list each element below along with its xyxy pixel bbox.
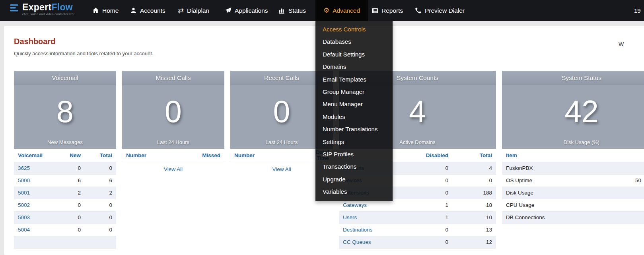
menu-item-default-settings[interactable]: Default Settings [315,48,393,60]
brand-name-primary: Expert [22,2,51,12]
column-header: Total [452,149,496,162]
system-status-table: Item FusionPBXOS Uptime50Disk UsageCPU U… [502,149,644,224]
paper-plane-icon [225,7,232,14]
table-row: DB Connections [502,211,644,224]
table-cell: 0 [412,224,452,236]
page-title: Dashboard [14,37,55,46]
missed-calls-count: 0 [122,85,224,138]
report-box-icon [372,7,378,14]
column-header: Item [502,149,635,162]
table-cell: CC Queues [339,236,412,248]
table-cell: 0 [85,224,116,236]
user-icon [130,7,137,14]
brand-name-secondary: Flow [51,2,73,12]
table-header-row: Item [502,149,644,162]
menu-item-databases[interactable]: Databases [315,35,393,48]
panel-body: 42 Disk Usage (%) [502,85,644,149]
menu-item-menu-manager[interactable]: Menu Manager [315,98,393,110]
phone-icon [415,7,422,14]
panel-body: 0 Last 24 Hours [122,85,224,149]
table-link[interactable]: CC Queues [343,239,371,245]
menu-item-group-manager[interactable]: Group Manager [315,86,393,98]
table-cell: FusionPBX [502,162,635,174]
table-cell: 5001 [14,187,54,199]
table-row: CC Queues012 [339,236,496,248]
panel-title: Voicemail [14,71,116,85]
table-cell: Disk Usage [502,187,635,199]
missed-calls-count-label: Last 24 Hours [122,139,224,145]
table-cell: 0 [452,174,496,187]
nav-item-accounts[interactable]: Accounts [130,0,165,21]
table-cell: 5000 [14,174,54,187]
table-row: Users110 [339,211,496,224]
table-link[interactable]: 3625 [18,165,30,171]
table-cell: 2 [54,187,85,199]
table-cell: 5002 [14,199,54,211]
menu-item-upgrade[interactable]: Upgrade [315,173,393,185]
brand-logo[interactable]: ExpertFlow chat, voice and video contact… [10,2,75,16]
column-header [635,149,644,162]
menu-item-sip-profiles[interactable]: SIP Profiles [315,148,393,160]
menu-item-number-translations[interactable]: Number Translations [315,123,393,135]
menu-item-access-controls[interactable]: Access Controls [315,23,393,35]
table-cell: View All [122,162,224,176]
menu-item-modules[interactable]: Modules [315,111,393,123]
table-cell: 18 [452,199,496,211]
nav-item-home[interactable]: Home [92,0,119,21]
table-cell [85,236,116,248]
table-link[interactable]: 5003 [18,214,30,220]
table-link[interactable]: 5000 [18,177,30,183]
nav-item-applications[interactable]: Applications [225,0,268,21]
table-row: View All [122,162,224,176]
table-cell: 0 [54,211,85,224]
table-link[interactable]: 5001 [18,190,30,196]
table-cell [635,211,644,224]
table-link[interactable]: Destinations [343,227,372,233]
table-row: FusionPBX [502,162,644,174]
table-link[interactable]: Gateways [343,202,367,208]
table-cell [635,199,644,211]
nav-item-advanced[interactable]: ⚙ Advanced [315,0,368,21]
nav-item-label: Status [288,7,306,14]
table-cell [14,236,54,248]
menu-item-email-templates[interactable]: Email Templates [315,73,393,86]
nav-item-dialplan[interactable]: ⇄ Dialplan [178,0,209,21]
view-all-link[interactable]: View All [164,166,183,172]
menu-item-domains[interactable]: Domains [315,60,393,73]
table-link[interactable]: 5002 [18,202,30,208]
nav-item-label: Accounts [140,7,165,14]
nav-item-preview-dialer[interactable]: Preview Dialer [415,0,465,21]
table-link[interactable]: 5004 [18,227,30,233]
table-row: 500066 [14,174,116,187]
menu-item-transactions[interactable]: Transactions [315,160,393,173]
table-cell: 0 [412,236,452,248]
advanced-dropdown-menu: Access ControlsDatabasesDefault Settings… [315,21,393,201]
table-cell: 1 [412,211,452,224]
brand-tagline: chat, voice and video contactcenter [22,12,75,16]
table-cell: 13 [452,224,496,236]
missed-calls-table: Number Missed View All [122,149,224,176]
table-cell: 6 [54,174,85,187]
table-cell: 188 [452,187,496,199]
panel-title: Missed Calls [122,71,224,85]
table-header-row: Number Missed [122,149,224,162]
table-cell: DB Connections [502,211,635,224]
table-link[interactable]: Users [343,214,357,220]
nav-item-reports[interactable]: Reports [372,0,403,21]
table-cell: 0 [85,199,116,211]
nav-item-status[interactable]: Status [278,0,306,21]
table-row [14,236,116,248]
column-header: Voicemail [14,149,54,162]
table-row: 362500 [14,162,116,174]
view-all-link[interactable]: View All [272,166,291,172]
table-cell: 0 [85,211,116,224]
table-header-row: Voicemail New Total [14,149,116,162]
panel-title: System Status [502,71,644,85]
table-cell: 5004 [14,224,54,236]
home-icon [92,7,99,14]
table-cell: OS Uptime [502,174,635,187]
table-row: OS Uptime50 [502,174,644,187]
page-subtitle: Quickly access information and tools rel… [14,51,153,56]
menu-item-variables[interactable]: Variables [315,185,393,198]
menu-item-settings[interactable]: Settings [315,136,393,148]
